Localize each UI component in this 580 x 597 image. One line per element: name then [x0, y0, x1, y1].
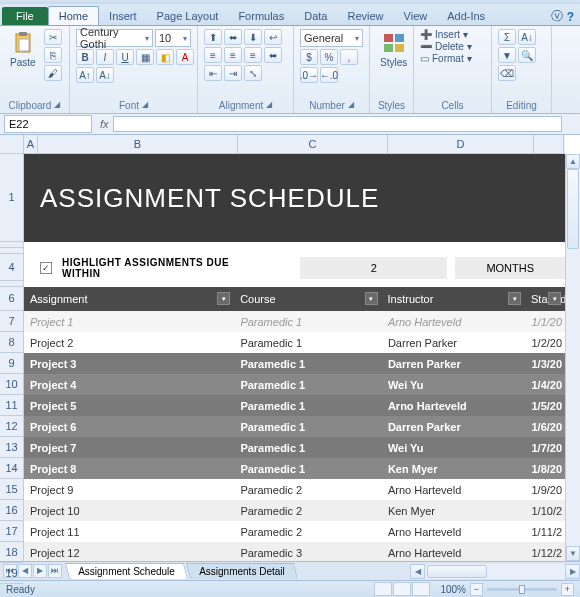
align-top-button[interactable]: ⬆ — [204, 29, 222, 45]
table-cell[interactable]: Paramedic 1 — [234, 358, 382, 370]
underline-button[interactable]: U — [116, 49, 134, 65]
filter-dropdown-icon[interactable]: ▾ — [548, 292, 561, 305]
table-cell[interactable]: Project 5 — [24, 400, 234, 412]
comma-button[interactable]: , — [340, 49, 358, 65]
tab-insert[interactable]: Insert — [99, 7, 147, 25]
select-all-corner[interactable] — [0, 135, 24, 154]
table-cell[interactable]: Wei Yu — [382, 442, 526, 454]
row-header[interactable]: 15 — [0, 479, 23, 500]
paste-button[interactable]: Paste — [6, 29, 40, 70]
autosum-button[interactable]: Σ — [498, 29, 516, 45]
minimize-ribbon-icon[interactable]: ⓥ — [551, 8, 563, 25]
scroll-down-icon[interactable]: ▼ — [566, 546, 580, 561]
row-header[interactable]: 14 — [0, 458, 23, 479]
table-cell[interactable]: Ken Myer — [382, 505, 526, 517]
help-icon[interactable]: ? — [567, 10, 574, 24]
dialog-launcher-icon[interactable]: ◢ — [142, 100, 148, 111]
shrink-font-button[interactable]: A↓ — [96, 67, 114, 83]
table-cell[interactable]: Project 4 — [24, 379, 234, 391]
table-row[interactable]: Project 10Paramedic 2Ken Myer1/10/2 — [24, 500, 565, 521]
currency-button[interactable]: $ — [300, 49, 318, 65]
sort-button[interactable]: A↓ — [518, 29, 536, 45]
table-cell[interactable]: Ken Myer — [382, 463, 526, 475]
table-cell[interactable]: 1/12/2 — [526, 547, 566, 559]
border-button[interactable]: ▦ — [136, 49, 154, 65]
table-cell[interactable]: Paramedic 1 — [234, 463, 382, 475]
clear-button[interactable]: ⌫ — [498, 65, 516, 81]
table-cell[interactable]: Arno Harteveld — [382, 526, 526, 538]
table-cell[interactable]: Project 10 — [24, 505, 234, 517]
table-cell[interactable]: Paramedic 1 — [234, 316, 382, 328]
column-header[interactable]: C — [238, 135, 388, 153]
decrease-indent-button[interactable]: ⇤ — [204, 65, 222, 81]
table-row[interactable]: Project 7Paramedic 1Wei Yu1/7/20 — [24, 437, 565, 458]
table-cell[interactable]: 1/1/20 — [526, 316, 566, 328]
sheet-tab-active[interactable]: Assignment Schedule — [65, 563, 188, 579]
dialog-launcher-icon[interactable]: ◢ — [348, 100, 354, 111]
table-header[interactable]: Started▾ — [525, 287, 565, 311]
table-cell[interactable]: Wei Yu — [382, 379, 526, 391]
number-format-combo[interactable]: General▾ — [300, 29, 363, 47]
formula-bar[interactable] — [113, 116, 562, 132]
table-row[interactable]: Project 1Paramedic 1Arno Harteveld1/1/20 — [24, 311, 565, 332]
table-cell[interactable]: 1/8/20 — [526, 463, 566, 475]
table-cell[interactable]: Paramedic 1 — [234, 379, 382, 391]
table-cell[interactable]: Paramedic 1 — [234, 421, 382, 433]
row-header[interactable]: 13 — [0, 437, 23, 458]
page-break-view-button[interactable] — [412, 582, 430, 596]
format-cells-button[interactable]: ▭Format ▾ — [420, 53, 472, 64]
row-header[interactable]: 9 — [0, 353, 23, 374]
highlight-checkbox[interactable]: ✓ — [40, 262, 52, 274]
table-cell[interactable]: 1/4/20 — [526, 379, 566, 391]
normal-view-button[interactable] — [374, 582, 392, 596]
table-cell[interactable]: Arno Harteveld — [382, 547, 526, 559]
table-row[interactable]: Project 4Paramedic 1Wei Yu1/4/20 — [24, 374, 565, 395]
vertical-scrollbar[interactable]: ▲ ▼ — [565, 154, 580, 561]
row-header[interactable]: 4 — [0, 254, 23, 281]
align-bottom-button[interactable]: ⬇ — [244, 29, 262, 45]
insert-cells-button[interactable]: ➕Insert ▾ — [420, 29, 468, 40]
table-row[interactable]: Project 9Paramedic 2Arno Harteveld1/9/20 — [24, 479, 565, 500]
tab-formulas[interactable]: Formulas — [228, 7, 294, 25]
table-cell[interactable]: Paramedic 2 — [234, 526, 382, 538]
merge-button[interactable]: ⬌ — [264, 47, 282, 63]
wrap-text-button[interactable]: ↩ — [264, 29, 282, 45]
table-cell[interactable]: Paramedic 1 — [234, 400, 382, 412]
row-header[interactable]: 7 — [0, 311, 23, 332]
table-cell[interactable]: 1/5/20 — [526, 400, 566, 412]
table-cell[interactable]: 1/2/20 — [526, 337, 566, 349]
table-cell[interactable]: Project 1 — [24, 316, 234, 328]
font-color-button[interactable]: A — [176, 49, 194, 65]
column-header[interactable] — [534, 135, 564, 153]
table-row[interactable]: Project 2Paramedic 1Darren Parker1/2/20 — [24, 332, 565, 353]
align-middle-button[interactable]: ⬌ — [224, 29, 242, 45]
increase-indent-button[interactable]: ⇥ — [224, 65, 242, 81]
table-cell[interactable]: Project 8 — [24, 463, 234, 475]
table-row[interactable]: Project 3Paramedic 1Darren Parker1/3/20 — [24, 353, 565, 374]
table-cell[interactable]: Darren Parker — [382, 421, 526, 433]
dialog-launcher-icon[interactable]: ◢ — [54, 100, 60, 111]
zoom-slider[interactable] — [487, 588, 557, 591]
grow-font-button[interactable]: A↑ — [76, 67, 94, 83]
zoom-level[interactable]: 100% — [440, 584, 466, 595]
delete-cells-button[interactable]: ➖Delete ▾ — [420, 41, 472, 52]
row-header[interactable]: 12 — [0, 416, 23, 437]
row-header[interactable]: 18 — [0, 542, 23, 563]
row-header[interactable]: 17 — [0, 521, 23, 542]
table-cell[interactable]: Project 12 — [24, 547, 234, 559]
table-header[interactable]: Assignment▾ — [24, 287, 234, 311]
tab-view[interactable]: View — [394, 7, 438, 25]
table-header[interactable]: Course▾ — [234, 287, 381, 311]
table-cell[interactable]: Paramedic 1 — [234, 337, 382, 349]
scroll-left-icon[interactable]: ◀ — [410, 564, 425, 579]
table-cell[interactable]: 1/10/2 — [526, 505, 566, 517]
orientation-button[interactable]: ⤡ — [244, 65, 262, 81]
filter-dropdown-icon[interactable]: ▾ — [217, 292, 230, 305]
table-row[interactable]: Project 12Paramedic 3Arno Harteveld1/12/… — [24, 542, 565, 561]
fill-button[interactable]: ▼ — [498, 47, 516, 63]
zoom-out-button[interactable]: − — [470, 583, 483, 596]
row-header[interactable]: 8 — [0, 332, 23, 353]
cell-styles-button[interactable]: Styles — [376, 29, 411, 70]
scroll-thumb[interactable] — [567, 169, 579, 249]
table-cell[interactable]: 1/7/20 — [526, 442, 566, 454]
